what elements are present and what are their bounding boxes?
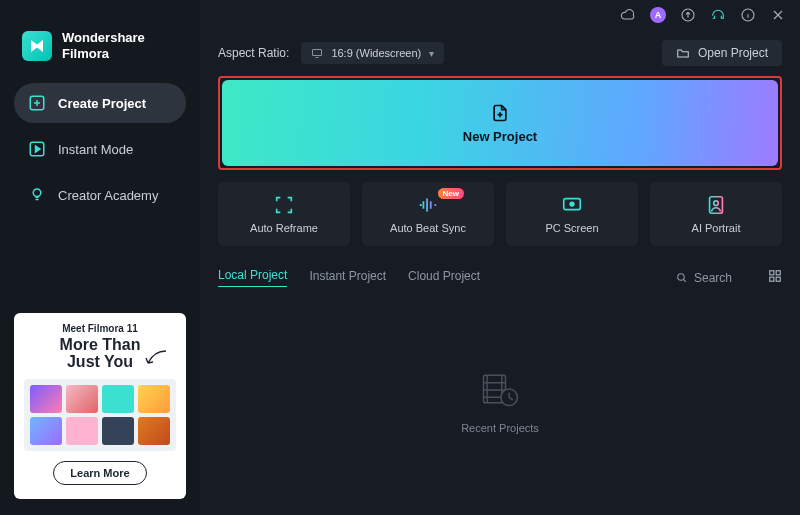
- promo-learn-more-button[interactable]: Learn More: [53, 461, 146, 485]
- sidebar-item-label: Creator Academy: [58, 188, 158, 203]
- aspect-ratio-value: 16:9 (Widescreen): [331, 47, 421, 59]
- content: New Project Auto Reframe New Auto Beat S…: [200, 76, 800, 515]
- card-ai-portrait[interactable]: AI Portrait: [650, 182, 782, 246]
- titlebar: A: [200, 0, 800, 30]
- sidebar-item-label: Instant Mode: [58, 142, 133, 157]
- sidebar-nav: Create Project Instant Mode Creator Acad…: [0, 83, 200, 215]
- sidebar-item-instant-mode[interactable]: Instant Mode: [14, 129, 186, 169]
- info-icon[interactable]: [740, 7, 756, 23]
- svg-rect-12: [776, 271, 780, 275]
- new-badge: New: [438, 188, 464, 199]
- file-plus-icon: [490, 103, 510, 123]
- sidebar-item-label: Create Project: [58, 96, 146, 111]
- svg-point-9: [714, 201, 719, 206]
- promo-kicker: Meet Filmora 11: [24, 323, 176, 334]
- open-project-label: Open Project: [698, 46, 768, 60]
- main: A Aspect Ratio: 16:9 (Widescreen) ▾ Open…: [200, 0, 800, 515]
- top-row: Aspect Ratio: 16:9 (Widescreen) ▾ Open P…: [200, 30, 800, 76]
- aspect-ratio-select[interactable]: 16:9 (Widescreen) ▾: [301, 42, 444, 64]
- arrow-icon: [142, 349, 168, 369]
- search-input[interactable]: Search: [675, 271, 732, 285]
- aspect-ratio-label: Aspect Ratio:: [218, 46, 289, 60]
- svg-rect-14: [776, 277, 780, 281]
- svg-rect-13: [770, 277, 774, 281]
- open-project-button[interactable]: Open Project: [662, 40, 782, 66]
- film-clock-icon: [478, 368, 522, 412]
- new-project-highlight: New Project: [218, 76, 782, 170]
- new-project-label: New Project: [463, 129, 537, 144]
- monitor-icon: [311, 47, 323, 59]
- new-project-button[interactable]: New Project: [222, 80, 778, 166]
- recent-projects-empty: Recent Projects: [218, 287, 782, 515]
- tab-local-project[interactable]: Local Project: [218, 268, 287, 287]
- project-tabs: Local Project Instant Project Cloud Proj…: [218, 268, 782, 287]
- close-icon[interactable]: [770, 7, 786, 23]
- svg-point-7: [570, 202, 574, 206]
- avatar[interactable]: A: [650, 7, 666, 23]
- promo-card: Meet Filmora 11 More Than Just You Learn…: [14, 313, 186, 499]
- portrait-icon: [705, 194, 727, 216]
- card-label: Auto Beat Sync: [390, 222, 466, 234]
- play-square-icon: [28, 140, 46, 158]
- chevron-down-icon: ▾: [429, 48, 434, 59]
- cloud-icon[interactable]: [620, 7, 636, 23]
- feature-cards: Auto Reframe New Auto Beat Sync PC Scree…: [218, 182, 782, 246]
- screen-record-icon: [561, 194, 583, 216]
- tab-cloud-project[interactable]: Cloud Project: [408, 269, 480, 287]
- card-label: AI Portrait: [692, 222, 741, 234]
- logo-text: Wondershare Filmora: [62, 30, 145, 61]
- svg-point-10: [678, 274, 685, 281]
- card-pc-screen[interactable]: PC Screen: [506, 182, 638, 246]
- search-icon: [675, 271, 688, 284]
- sidebar-item-create-project[interactable]: Create Project: [14, 83, 186, 123]
- logo-mark-icon: [22, 31, 52, 61]
- lightbulb-icon: [28, 186, 46, 204]
- upload-icon[interactable]: [680, 7, 696, 23]
- app-root: Wondershare Filmora Create Project Insta…: [0, 0, 800, 515]
- sidebar-item-creator-academy[interactable]: Creator Academy: [14, 175, 186, 215]
- tab-instant-project[interactable]: Instant Project: [309, 269, 386, 287]
- promo-thumbnails: [24, 379, 176, 451]
- sidebar: Wondershare Filmora Create Project Insta…: [0, 0, 200, 515]
- headset-icon[interactable]: [710, 7, 726, 23]
- card-auto-reframe[interactable]: Auto Reframe: [218, 182, 350, 246]
- card-label: Auto Reframe: [250, 222, 318, 234]
- svg-rect-11: [770, 271, 774, 275]
- folder-icon: [676, 46, 690, 60]
- card-label: PC Screen: [545, 222, 598, 234]
- svg-rect-5: [313, 50, 322, 56]
- grid-view-icon[interactable]: [768, 269, 782, 286]
- soundwave-icon: [417, 194, 439, 216]
- search-placeholder: Search: [694, 271, 732, 285]
- plus-square-icon: [28, 94, 46, 112]
- card-auto-beat-sync[interactable]: New Auto Beat Sync: [362, 182, 494, 246]
- recent-projects-label: Recent Projects: [461, 422, 539, 434]
- reframe-icon: [273, 194, 295, 216]
- svg-point-2: [33, 189, 41, 197]
- logo: Wondershare Filmora: [0, 0, 200, 83]
